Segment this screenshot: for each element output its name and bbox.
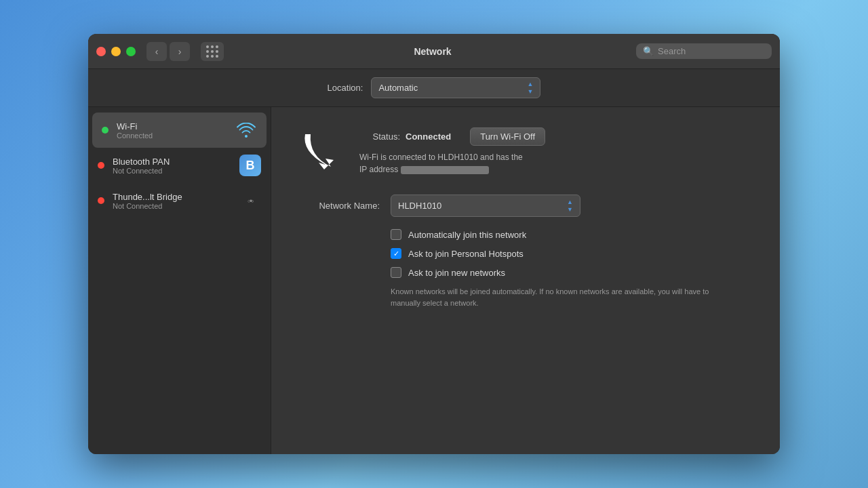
bluetooth-name: Bluetooth PAN [113, 157, 231, 167]
status-value: Connected [406, 131, 451, 142]
new-networks-checkbox[interactable] [391, 267, 401, 278]
thunderbolt-icon: ◦•◦ [239, 190, 261, 211]
new-networks-label: Ask to join new networks [408, 268, 505, 278]
close-button[interactable] [96, 47, 106, 56]
titlebar: ‹ › Network 🔍 [88, 34, 780, 69]
search-bar[interactable]: 🔍 [636, 43, 772, 59]
auto-join-row: Automatically join this network [298, 229, 753, 240]
minimize-button[interactable] [111, 47, 121, 56]
network-name-select[interactable]: HLDH1010 ▲ ▼ [391, 195, 580, 217]
sidebar-item-bluetooth[interactable]: Bluetooth PAN Not Connected B [88, 148, 271, 183]
description-line1: Wi-Fi is connected to HLDH1010 and has t… [359, 152, 523, 162]
maximize-button[interactable] [126, 47, 136, 56]
bluetooth-status: Not Connected [113, 167, 231, 175]
network-stepper-icon: ▲ ▼ [567, 199, 573, 213]
ip-address-placeholder [401, 166, 489, 174]
sidebar: Wi-Fi Connected Bluetooth PAN [88, 107, 271, 454]
description-line2: IP address [359, 165, 398, 174]
search-input[interactable] [658, 46, 765, 56]
status-dot-wifi [102, 127, 108, 134]
main-window: ‹ › Network 🔍 Location: Automatic ▲ ▼ [88, 34, 780, 454]
thunderbolt-name: Thunde...lt Bridge [113, 192, 231, 202]
bluetooth-icon: B [239, 155, 261, 176]
search-icon: 🔍 [643, 46, 654, 56]
wifi-info: Wi-Fi Connected [117, 121, 227, 140]
arrow-icon [298, 127, 346, 175]
status-dot-bluetooth [98, 162, 104, 169]
new-networks-row: Ask to join new networks [298, 267, 753, 278]
hint-text: Known networks will be joined automatica… [298, 286, 753, 308]
turn-wifi-off-button[interactable]: Turn Wi-Fi Off [470, 127, 545, 146]
window-title: Network [235, 46, 631, 57]
status-section: Status: Connected Turn Wi-Fi Off Wi-Fi i… [298, 127, 753, 176]
status-label: Status: [359, 131, 400, 142]
network-name-row: Network Name: HLDH1010 ▲ ▼ [298, 195, 753, 217]
forward-button[interactable]: › [170, 42, 190, 61]
location-bar: Location: Automatic ▲ ▼ [88, 69, 780, 107]
network-name-label: Network Name: [298, 201, 380, 211]
thunderbolt-info: Thunde...lt Bridge Not Connected [113, 192, 231, 210]
wifi-name: Wi-Fi [117, 121, 227, 131]
grid-view-button[interactable] [201, 42, 224, 61]
back-button[interactable]: ‹ [146, 42, 167, 61]
sidebar-item-thunderbolt[interactable]: Thunde...lt Bridge Not Connected ◦•◦ [88, 183, 271, 218]
location-select[interactable]: Automatic ▲ ▼ [371, 77, 540, 98]
personal-hotspots-label: Ask to join Personal Hotspots [408, 249, 524, 259]
location-label: Location: [328, 83, 363, 93]
status-description: Wi-Fi is connected to HLDH1010 and has t… [359, 151, 617, 176]
personal-hotspots-checkbox[interactable]: ✓ [391, 248, 401, 259]
main-content: Wi-Fi Connected Bluetooth PAN [88, 107, 780, 454]
wifi-status: Connected [117, 131, 227, 140]
auto-join-checkbox[interactable] [391, 229, 401, 240]
grid-icon [206, 45, 218, 58]
traffic-lights [96, 47, 136, 56]
status-dot-thunderbolt [98, 197, 104, 204]
thunderbolt-status: Not Connected [113, 202, 231, 210]
personal-hotspots-row: ✓ Ask to join Personal Hotspots [298, 248, 753, 259]
location-value: Automatic [378, 83, 418, 93]
sidebar-item-wifi[interactable]: Wi-Fi Connected [92, 113, 267, 148]
status-details: Status: Connected Turn Wi-Fi Off Wi-Fi i… [359, 127, 753, 176]
right-panel: Status: Connected Turn Wi-Fi Off Wi-Fi i… [271, 107, 780, 454]
status-row: Status: Connected Turn Wi-Fi Off [359, 127, 753, 146]
bluetooth-info: Bluetooth PAN Not Connected [113, 157, 231, 175]
auto-join-label: Automatically join this network [408, 230, 526, 240]
stepper-arrows-icon: ▲ ▼ [527, 81, 533, 95]
nav-buttons: ‹ › [146, 42, 190, 61]
wifi-icon [235, 119, 257, 141]
network-name-value: HLDH1010 [398, 201, 441, 211]
